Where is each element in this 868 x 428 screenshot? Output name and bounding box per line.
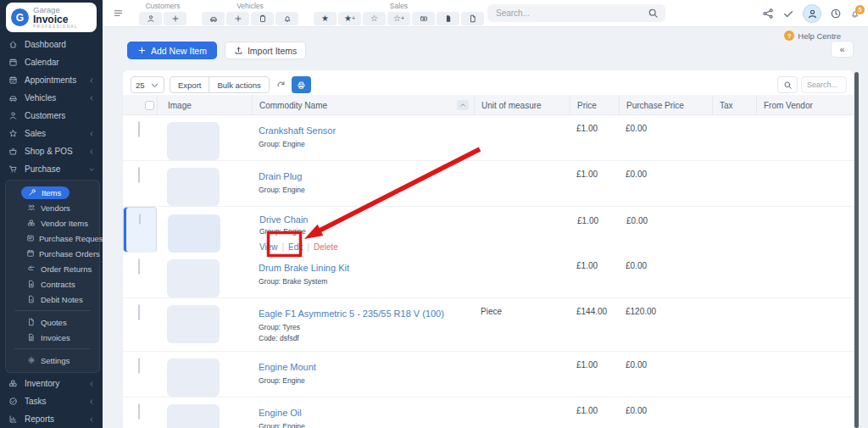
sidebar-subitem-quotes[interactable]: Quotes bbox=[6, 314, 99, 330]
sidebar-item-tasks[interactable]: Tasks bbox=[0, 392, 103, 410]
sort-ascending-icon[interactable] bbox=[457, 100, 469, 110]
column-header-image[interactable]: Image bbox=[157, 95, 252, 115]
table-row-drive-chain[interactable]: Drive ChainGroup: EngineView|Edit|Delete… bbox=[123, 207, 157, 253]
item-name-link[interactable]: Drain Plug bbox=[259, 171, 302, 181]
sidebar-subitem-settings[interactable]: Settings bbox=[6, 353, 99, 368]
table-row-drum-brake-lining-kit[interactable]: Drum Brake Lining KitGroup: Brake System… bbox=[123, 253, 854, 298]
search-icon[interactable] bbox=[648, 8, 659, 19]
item-purchase-price: £0.00 bbox=[620, 214, 713, 225]
bulk-actions-button[interactable]: Bulk actions bbox=[209, 76, 269, 93]
global-search-input[interactable] bbox=[494, 8, 648, 19]
sidebar-subitem-vendor-items[interactable]: Vendor Items bbox=[6, 215, 99, 231]
row-checkbox[interactable] bbox=[138, 167, 140, 183]
row-checkbox[interactable] bbox=[138, 304, 140, 320]
sidebar-item-label: Dashboard bbox=[25, 40, 66, 49]
table-row-engine-mount[interactable]: Engine MountGroup: Engine£1.00£0.00 bbox=[123, 352, 854, 397]
sidebar-item-sales[interactable]: Sales bbox=[0, 125, 103, 142]
topbar-right: 5 bbox=[762, 0, 860, 27]
global-search bbox=[487, 4, 665, 22]
table-row-engine-oil[interactable]: Engine OilGroup: Engine£1.00£0.00 bbox=[123, 397, 854, 428]
item-name-link[interactable]: Engine Mount bbox=[259, 362, 316, 372]
view-link[interactable]: View bbox=[259, 242, 278, 252]
star-outline-button[interactable]: ☆ bbox=[363, 12, 386, 25]
doc-outline-button[interactable] bbox=[461, 12, 484, 25]
sidebar-item-vehicles[interactable]: Vehicles bbox=[0, 89, 103, 107]
sidebar-item-appointments[interactable]: Appointments bbox=[0, 71, 103, 89]
table-search-button[interactable] bbox=[777, 76, 798, 93]
table-row-drain-plug[interactable]: Drain PlugGroup: Engine£1.00£0.00 bbox=[123, 161, 854, 207]
add-new-item-button[interactable]: Add New Item bbox=[127, 42, 217, 59]
row-checkbox[interactable] bbox=[138, 403, 140, 420]
column-header-purchase-price[interactable]: Purchase Price bbox=[619, 95, 712, 115]
sidebar-subitem-items[interactable]: Items bbox=[6, 185, 99, 200]
column-header-commodity-name[interactable]: Commodity Name bbox=[252, 95, 474, 115]
sidebar-subitem-order-returns[interactable]: Order Returns bbox=[6, 261, 99, 276]
cash-button[interactable] bbox=[412, 12, 435, 25]
export-button[interactable]: Export bbox=[170, 76, 209, 93]
sidebar-item-dashboard[interactable]: Dashboard bbox=[0, 36, 103, 53]
plus-button[interactable] bbox=[164, 12, 186, 25]
column-header-unit-of-measure[interactable]: Unit of measure bbox=[474, 95, 570, 115]
table-row-crankshaft-sensor[interactable]: Crankshaft SensorGroup: Engine£1.00£0.00 bbox=[123, 115, 854, 161]
sidebar-item-reports[interactable]: Reports bbox=[0, 410, 103, 428]
item-name-link[interactable]: Engine Oil bbox=[259, 408, 302, 418]
select-all-checkbox[interactable] bbox=[145, 101, 154, 110]
delete-link[interactable]: Delete bbox=[314, 242, 338, 252]
item-from-vendor bbox=[756, 305, 854, 307]
item-name-link[interactable]: Eagle F1 Asymmetric 5 - 235/55 R18 V (10… bbox=[259, 308, 444, 319]
table-row-eagle-f1-asymmetric-5-235-55-r18-v-100[interactable]: Eagle F1 Asymmetric 5 - 235/55 R18 V (10… bbox=[123, 298, 854, 352]
menu-toggle-icon[interactable] bbox=[113, 8, 124, 19]
item-unit bbox=[474, 259, 570, 261]
row-checkbox[interactable] bbox=[138, 358, 140, 374]
row-checkbox[interactable] bbox=[138, 121, 140, 137]
edit-link[interactable]: Edit bbox=[288, 242, 303, 252]
clock-icon[interactable] bbox=[830, 8, 842, 19]
notifications-bell-icon[interactable]: 5 bbox=[850, 9, 860, 19]
column-header-from-vendor[interactable]: From Vendor bbox=[756, 95, 854, 115]
vertical-scrollbar[interactable] bbox=[854, 72, 859, 428]
item-name-link[interactable]: Drum Brake Lining Kit bbox=[259, 263, 349, 273]
collapse-panel-button[interactable]: « bbox=[831, 41, 854, 58]
help-centre-link[interactable]: ? Help Centre bbox=[784, 31, 841, 41]
sidebar-subitem-debit-notes[interactable]: Debit Notes bbox=[6, 292, 99, 307]
sidebar-subitem-vendors[interactable]: Vendors bbox=[6, 200, 99, 215]
table-search-input[interactable] bbox=[801, 76, 847, 93]
sidebar-item-shop-pos[interactable]: Shop & POS bbox=[0, 142, 103, 160]
sidebar-subitem-purchase-orders[interactable]: Purchase Orders bbox=[6, 246, 99, 261]
column-header-price[interactable]: Price bbox=[570, 95, 619, 115]
page-size-select[interactable]: 25 bbox=[131, 76, 164, 93]
sidebar-item-customers[interactable]: Customers bbox=[0, 107, 103, 125]
sidebar-subitem-label: Debit Notes bbox=[41, 295, 83, 304]
import-items-button[interactable]: Import Items bbox=[225, 42, 306, 59]
avatar[interactable] bbox=[803, 4, 821, 23]
person-button[interactable] bbox=[139, 12, 162, 25]
sidebar-subitem-contracts[interactable]: Contracts bbox=[6, 276, 99, 292]
item-name-link[interactable]: Crankshaft Sensor bbox=[259, 125, 336, 136]
doc-filled-button[interactable] bbox=[437, 12, 459, 25]
sidebar-subitem-purchase-requests[interactable]: Purchase Requests bbox=[6, 231, 99, 246]
plus-button[interactable] bbox=[226, 12, 249, 25]
car-button[interactable] bbox=[202, 12, 225, 25]
app-logo[interactable]: G Garage Invoice PROFESSIONAL bbox=[6, 3, 97, 32]
clipboard-button[interactable] bbox=[251, 12, 274, 25]
share-icon[interactable] bbox=[762, 8, 774, 19]
star-plus-filled-button[interactable]: ★+ bbox=[338, 12, 361, 25]
item-name-link[interactable]: Drive Chain bbox=[259, 214, 308, 225]
print-button[interactable] bbox=[292, 76, 311, 93]
check-icon[interactable] bbox=[782, 8, 794, 19]
item-purchase-price: £0.00 bbox=[619, 359, 712, 370]
star-plus-outline-button[interactable]: ☆+ bbox=[387, 12, 410, 25]
row-checkbox[interactable] bbox=[138, 258, 140, 275]
column-header-tax[interactable]: Tax bbox=[712, 95, 756, 115]
star-filled-button[interactable]: ★ bbox=[314, 12, 337, 25]
refresh-icon[interactable] bbox=[276, 81, 286, 90]
row-checkbox[interactable] bbox=[139, 214, 141, 225]
table-search bbox=[777, 76, 847, 93]
sidebar-item-calendar[interactable]: Calendar bbox=[0, 53, 103, 71]
item-group: Group: Engine bbox=[259, 422, 469, 428]
bell-button[interactable] bbox=[275, 12, 298, 25]
sidebar-item-inventory[interactable]: Inventory bbox=[0, 375, 103, 392]
search-icon bbox=[783, 81, 793, 90]
sidebar-item-purchase[interactable]: Purchase bbox=[0, 160, 103, 178]
sidebar-subitem-invoices[interactable]: Invoices bbox=[6, 330, 99, 345]
